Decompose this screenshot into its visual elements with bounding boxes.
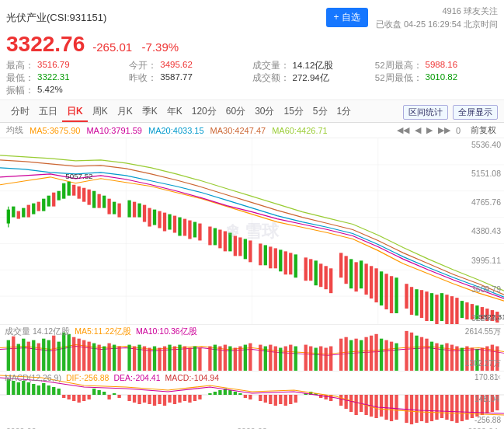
svg-rect-33: [127, 201, 130, 218]
svg-rect-273: [420, 395, 423, 421]
svg-rect-45: [188, 221, 191, 239]
svg-rect-191: [475, 349, 478, 371]
svg-rect-202: [32, 384, 35, 395]
svg-rect-50: [218, 230, 221, 249]
svg-rect-125: [113, 345, 116, 371]
svg-rect-90: [440, 293, 443, 321]
svg-rect-153: [269, 345, 272, 371]
svg-rect-38: [153, 210, 156, 225]
nav-next[interactable]: ▶: [425, 125, 434, 135]
tab-120[interactable]: 120分: [187, 103, 221, 122]
svg-rect-144: [218, 347, 221, 371]
svg-rect-110: [37, 344, 40, 371]
tab-fenshi[interactable]: 分时: [6, 103, 34, 122]
macd-dea: DEA:-204.41: [113, 373, 160, 382]
tab-1[interactable]: 1分: [332, 103, 356, 122]
svg-rect-166: [344, 337, 347, 371]
tab-yuek[interactable]: 月K: [113, 103, 137, 122]
svg-rect-210: [72, 395, 75, 401]
tab-30[interactable]: 30分: [250, 103, 279, 122]
tab-jik[interactable]: 季K: [137, 103, 162, 122]
svg-rect-135: [168, 345, 171, 371]
macd-label-row: MACD(12,26,9) DIF:-256.88 DEA:-204.41 MA…: [5, 373, 219, 382]
svg-rect-84: [410, 287, 413, 315]
svg-rect-266: [380, 395, 383, 417]
svg-rect-148: [238, 347, 242, 371]
fullscreen-button[interactable]: 全屏显示: [453, 105, 498, 120]
watchlist-button[interactable]: + 自选: [326, 8, 368, 27]
tab-60[interactable]: 60分: [221, 103, 250, 122]
svg-rect-17: [42, 199, 45, 211]
svg-rect-137: [178, 345, 181, 371]
svg-rect-124: [107, 344, 110, 371]
nav-prev[interactable]: ◀: [413, 125, 422, 135]
nav-last[interactable]: ▶▶: [436, 125, 452, 135]
svg-rect-234: [198, 395, 201, 399]
svg-rect-214: [92, 389, 96, 395]
svg-rect-147: [234, 348, 237, 371]
svg-rect-66: [309, 259, 312, 281]
svg-rect-116: [68, 334, 71, 371]
svg-rect-25: [82, 188, 85, 202]
svg-rect-35: [137, 204, 141, 218]
svg-rect-39: [158, 211, 161, 228]
ma10-label: MA10:3791.59: [86, 126, 142, 135]
interval-stats-button[interactable]: 区间统计: [403, 105, 448, 120]
svg-rect-225: [153, 395, 156, 406]
svg-rect-92: [450, 296, 454, 324]
svg-rect-250: [289, 395, 292, 404]
macd-chart: MACD(12,26,9) DIF:-256.88 DEA:-204.41 MA…: [0, 371, 504, 426]
svg-rect-241: [238, 393, 242, 395]
svg-rect-190: [471, 348, 474, 371]
svg-rect-133: [158, 348, 161, 371]
svg-rect-244: [259, 395, 262, 401]
svg-rect-85: [415, 289, 418, 316]
nav-first[interactable]: ◀◀: [395, 125, 411, 135]
svg-rect-207: [57, 389, 61, 395]
stat-amount: 成交额： 272.94亿: [252, 72, 375, 84]
stat-volume: 成交量： 14.12亿股: [252, 60, 375, 72]
tab-15[interactable]: 15分: [279, 103, 308, 122]
svg-rect-72: [344, 256, 347, 284]
tab-wuri[interactable]: 五日: [34, 103, 62, 122]
svg-rect-216: [103, 392, 106, 395]
tab-niank[interactable]: 年K: [162, 103, 187, 122]
svg-rect-130: [143, 347, 146, 371]
tab-zhouk[interactable]: 周K: [88, 103, 113, 122]
svg-rect-198: [12, 381, 15, 395]
svg-rect-288: [495, 395, 499, 410]
svg-rect-41: [168, 214, 171, 230]
svg-rect-108: [27, 342, 30, 371]
svg-rect-212: [82, 395, 85, 401]
volume-close[interactable]: ×: [496, 326, 501, 335]
svg-rect-48: [208, 227, 211, 246]
svg-rect-68: [319, 263, 322, 287]
svg-rect-23: [72, 185, 75, 196]
svg-rect-69: [325, 266, 328, 289]
svg-rect-270: [405, 395, 408, 423]
svg-rect-154: [274, 347, 277, 371]
svg-rect-87: [425, 291, 428, 321]
svg-rect-16: [37, 202, 40, 211]
macd-close[interactable]: ×: [496, 373, 501, 382]
svg-rect-242: [244, 395, 247, 398]
svg-text:3322.31: 3322.31: [479, 313, 504, 321]
svg-rect-118: [78, 339, 81, 371]
svg-rect-139: [188, 348, 191, 371]
nav-zero[interactable]: 0: [454, 126, 462, 135]
tab-5[interactable]: 5分: [308, 103, 332, 122]
svg-rect-174: [384, 340, 388, 371]
svg-rect-22: [68, 182, 71, 196]
fuquan-label[interactable]: 前复权: [469, 124, 498, 136]
svg-rect-184: [440, 345, 443, 371]
tab-rik[interactable]: 日K: [62, 103, 88, 122]
svg-rect-279: [450, 395, 454, 421]
svg-rect-128: [133, 347, 136, 371]
svg-rect-143: [214, 345, 217, 371]
svg-rect-115: [62, 333, 65, 371]
svg-rect-152: [264, 347, 267, 371]
volume-ma5: MA5:11.22亿股: [75, 326, 131, 337]
header-top: 光伏产业(CSI:931151) + 自选 4916 球友关注 已收盘 04-2…: [6, 5, 498, 30]
svg-rect-47: [198, 224, 201, 241]
svg-rect-188: [461, 348, 464, 371]
